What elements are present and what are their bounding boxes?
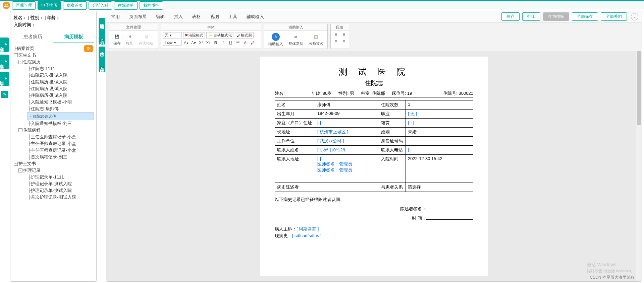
qc-icon[interactable]: ✎ [1,91,8,98]
scrollbar-vertical[interactable] [636,51,642,281]
form-field[interactable]: [ 武汉xx公司 ] [315,137,379,146]
form-field[interactable]: 未婚 [406,128,473,137]
avatar-icon[interactable] [3,2,10,9]
highlight-icon[interactable]: 🖍 [250,41,256,45]
form-field[interactable]: 请选择 [406,183,473,192]
ribbon-save[interactable]: 💾保存 [111,32,123,47]
scrollbar-thumb[interactable] [637,51,641,125]
superscript-icon[interactable]: X² [198,41,204,45]
tree-item[interactable]: ├护理记录单-测试入院 [27,181,94,187]
form-field[interactable]: 1 [406,100,473,110]
menu-edit[interactable]: 编辑 [156,14,165,20]
chevron-down-icon[interactable]: ⌄ [631,13,638,20]
tree-item[interactable]: ├住院志-康师傅 [27,112,94,120]
auto-format-button[interactable]: ✨自动格式化 [206,32,233,39]
print-button[interactable]: 打印 [522,12,540,21]
collapse-icon[interactable]: − [18,168,22,172]
save-button[interactable]: 保存 [501,12,520,21]
tree-item[interactable]: ├出院记录-测试入院 [27,72,94,79]
form-field[interactable]: [ 无 ] [406,110,473,119]
menu-tools[interactable]: 工具 [228,14,237,20]
tree-item[interactable]: ├住院志-1111 [27,65,94,72]
rail-history[interactable]: ▶历史患者 [0,72,9,86]
align-justify-icon[interactable]: ≡ [341,39,347,44]
menu-assist[interactable]: 辅助输入 [247,14,264,20]
nav-qc[interactable]: 我的质控 [140,1,163,10]
align-center-icon[interactable]: ≡ [341,32,347,37]
tree-item[interactable]: ├主任医师查房记录-小盒 [27,147,94,154]
form-table[interactable]: 姓名康师傅住院次数1出生年月1942-09-09职业[ 无 ]家庭（户口）住址[… [275,100,473,192]
vtab-admission-notice[interactable]: 入院通知书模板 - 刘三X [99,18,105,45]
italic-icon[interactable]: I [220,41,226,45]
document-page[interactable]: 测 试 医 院 住院志 姓名: 年龄: 80岁 性别: 男 科室: 住院部 床位… [260,57,488,276]
chief-complaint-field[interactable]: [ 阿斯蒂芬 ] [297,226,319,231]
menu-layout[interactable]: 页面布局 [129,14,147,20]
bold-icon[interactable]: B [213,41,219,45]
subscript-icon[interactable]: X₂ [205,41,211,45]
align-left-icon[interactable]: ≡ [333,32,339,37]
tree-item[interactable]: ├住院病历-测试入院 [27,85,94,92]
rail-discharged[interactable]: ▶出院患者 [0,55,9,69]
form-field[interactable]: [ 杭州市上城区 ] [315,128,379,137]
font-grow-icon[interactable]: A▴ [183,41,189,45]
tree-item[interactable]: ├主任医师查房记录-小盒 [27,140,94,147]
font-color-icon[interactable]: A [242,41,248,45]
tree-item[interactable]: ├护理记录单-1111 [27,174,94,181]
document-viewport[interactable]: 测 试 医 院 住院志 姓名: 年龄: 80岁 性别: 男 科室: 住院部 床位… [106,51,642,281]
clear-format-button[interactable]: ✖清除格式 [183,32,205,39]
nav-front[interactable]: 病案首页 [63,1,87,10]
font-size-select[interactable]: 14px▾ [163,40,182,46]
close-icon[interactable]: X [100,66,104,70]
tree-doctor-docs[interactable]: −医生文书 [13,52,94,59]
tree-item[interactable]: ├主任医师查房记录-小盒 [27,134,94,140]
tree-nurse-docs[interactable]: −护士文书 [13,160,94,167]
tree-item[interactable]: ├入院通知书模板-小明 [27,99,94,105]
font-shrink-icon[interactable]: A▾ [191,41,197,45]
form-field[interactable]: [ ] [406,146,473,155]
tree-item[interactable]: ├首次病程记录-刘三 [27,154,94,160]
tree-inpatient-records[interactable]: −住院病历 [18,59,94,65]
tree-item[interactable]: ├住院志-康师傅 [27,105,94,112]
present-illness-field[interactable]: [ sdfsadfsdfas ] [292,233,321,238]
form-field[interactable] [406,137,473,146]
tree-item[interactable]: ├住院病历-测试入院 [27,79,94,85]
close-icon[interactable]: X [100,39,104,43]
close-all-button[interactable]: 全部关闭 [601,12,627,21]
tab-patient-records[interactable]: 患者病历 [12,31,53,43]
nav-orders[interactable]: 医嘱管理 [12,1,36,10]
save-all-button[interactable]: 全部保存 [572,12,598,21]
copy-all-button[interactable]: ⧉整体复制 [286,32,305,47]
tree-progress-notes[interactable]: −住院病程 [18,127,94,134]
assist-input-button[interactable]: ✎辅助输入 [266,32,285,47]
underline-icon[interactable]: U [227,41,233,45]
form-field[interactable]: 1942-09-09 [315,110,379,119]
save-template-button[interactable]: 存为模板 [543,12,569,21]
form-field[interactable]: 康师傅 [315,100,379,110]
rail-inpatient[interactable]: ▶在院患者 [0,38,9,52]
doctor-sign-button[interactable]: 📋医师签名 [307,32,325,47]
refresh-icon[interactable]: ⟳ [84,45,93,52]
menu-insert[interactable]: 插入 [174,14,183,20]
collapse-icon[interactable]: − [14,53,18,57]
font-family-select[interactable]: 无▾ [163,32,182,39]
form-field[interactable]: [ - ] [406,119,473,128]
align-right-icon[interactable]: ≡ [333,39,339,44]
tree-item[interactable]: ├入院通知书模板-刘三 [27,120,94,127]
menu-view[interactable]: 视图 [210,14,219,20]
collapse-icon[interactable]: − [18,60,22,64]
tree-item[interactable]: ├护理记录单-测试入院 [27,187,94,194]
nav-emr[interactable]: 电子病历 [38,1,61,10]
menu-table[interactable]: 表格 [192,14,201,20]
tree-item[interactable]: ├住院病历-测试入院 [27,92,94,99]
format-brush-button[interactable]: 🖌格式刷 [235,32,254,39]
tab-templates[interactable]: 病历模板 [53,31,94,43]
form-field[interactable]: 2022-12-30 15:42 [406,155,473,183]
time-field[interactable] [426,219,473,220]
collapse-icon[interactable]: − [18,128,22,132]
strike-icon[interactable]: ᴬᴮ [235,41,241,45]
form-field[interactable]: [ ] 医师签名：管理员 医师签名：管理员→ [315,155,379,183]
form-field[interactable]: [ 小米 ]10^12/L [315,146,379,155]
nav-assign[interactable]: 分配入科 [89,1,112,10]
narrator-sign-field[interactable] [426,210,473,210]
vtab-admission-record[interactable]: 住院志 - 康师傅X [99,47,105,72]
